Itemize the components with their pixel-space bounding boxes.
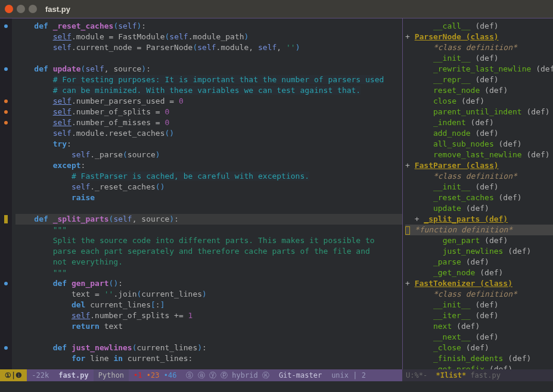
gutter-mark	[0, 85, 12, 96]
code-line[interactable]: def gen_part():	[15, 278, 402, 289]
outline-item[interactable]: remove_last_newline (def)	[405, 150, 553, 160]
code-line[interactable]: self.current_node = ParserNode(self.modu…	[15, 42, 402, 53]
outline-item[interactable]: __iter__ (def)	[405, 310, 553, 321]
outline-item[interactable]: *function definition*	[405, 225, 553, 235]
modeline-left: ①|❶ - 22k fast.py Python •1 •23 •46 ⓢ ⓐ …	[0, 369, 402, 381]
gutter-mark	[0, 289, 12, 300]
gutter-mark	[0, 139, 12, 150]
outline-item[interactable]: *class definition*	[405, 42, 553, 53]
gutter-mark	[0, 128, 12, 139]
buffer-state-right: U:%*-	[406, 371, 427, 379]
outline-item[interactable]: *class definition*	[405, 171, 553, 182]
outline-item[interactable]: *class definition*	[405, 289, 553, 300]
code-line[interactable]: """	[15, 267, 402, 278]
outline-item[interactable]: __next__ (def)	[405, 332, 553, 343]
outline-item[interactable]: __init__ (def)	[405, 182, 553, 192]
maximize-icon[interactable]	[29, 5, 37, 13]
gutter-mark	[0, 150, 12, 160]
code-line[interactable]: not everything.	[15, 257, 402, 267]
code-line[interactable]: # For testing purposes: It is important …	[15, 74, 402, 85]
code-line[interactable]: def just_newlines(current_lines):	[15, 343, 402, 353]
outline-item[interactable]: _get_node (def)	[405, 267, 553, 278]
outline-item[interactable]: __call__ (def)	[405, 21, 553, 32]
gutter-mark	[0, 203, 12, 214]
code-line[interactable]: # can be minimized. With these variables…	[15, 85, 402, 96]
gutter-mark	[0, 64, 12, 74]
gutter-mark	[0, 278, 12, 289]
window-controls	[5, 5, 37, 13]
code-line[interactable]: self._reset_caches()	[15, 182, 402, 192]
modeline: ①|❶ - 22k fast.py Python •1 •23 •46 ⓢ ⓐ …	[0, 369, 553, 381]
code-line[interactable]: def _reset_caches(self):	[15, 21, 402, 32]
outline-item[interactable]: gen_part (def)	[405, 235, 553, 246]
outline-item[interactable]: _finish_dedents (def)	[405, 353, 553, 364]
outline-item[interactable]: next (def)	[405, 321, 553, 332]
code-line[interactable]: parse each part seperately and therefore…	[15, 246, 402, 257]
major-mode: Python	[94, 369, 129, 381]
editor-pane[interactable]: def _reset_caches(self): self.module = F…	[0, 18, 402, 369]
outline-item[interactable]: add_node (def)	[405, 128, 553, 139]
code-line[interactable]: text = ''.join(current_lines)	[15, 289, 402, 300]
code-line[interactable]: self.module = FastModule(self.module_pat…	[15, 32, 402, 42]
outline-pane[interactable]: __call__ (def)+ ParserNode (class) *clas…	[402, 18, 553, 369]
outline-item[interactable]: _close (def)	[405, 343, 553, 353]
gutter-mark	[0, 32, 12, 42]
code-line[interactable]: raise	[15, 192, 402, 203]
gutter-mark	[0, 235, 12, 246]
code-area[interactable]: def _reset_caches(self): self.module = F…	[12, 18, 402, 369]
outline-item[interactable]: reset_node (def)	[405, 85, 553, 96]
gutter-mark	[0, 353, 12, 364]
code-line[interactable]: def update(self, source):	[15, 64, 402, 74]
code-line[interactable]: def _split_parts(self, source):	[15, 214, 402, 225]
outline-item[interactable]: __init__ (def)	[405, 53, 553, 64]
code-line[interactable]: del current_lines[:]	[15, 300, 402, 310]
outline-item[interactable]: _indent (def)	[405, 117, 553, 128]
code-line[interactable]: try:	[15, 139, 402, 150]
outline-item[interactable]: just_newlines (def)	[405, 246, 553, 257]
gutter-mark	[0, 214, 12, 225]
gutter-mark	[0, 53, 12, 64]
window-title: fast.py	[45, 5, 70, 14]
code-line[interactable]: self.number_of_splits = 0	[15, 107, 402, 117]
code-line[interactable]: self._parse(source)	[15, 150, 402, 160]
outline-item[interactable]: __init__ (def)	[405, 300, 553, 310]
outline-item[interactable]: update (def)	[405, 203, 553, 214]
code-line[interactable]: # FastParser is cached, be careful with …	[15, 171, 402, 182]
code-line[interactable]	[15, 53, 402, 64]
outline-item[interactable]: close (def)	[405, 96, 553, 107]
code-line[interactable]: self.number_parsers_used = 0	[15, 96, 402, 107]
outline-item[interactable]: _reset_caches (def)	[405, 192, 553, 203]
code-line[interactable]: self.number_of_misses = 0	[15, 117, 402, 128]
titlebar: fast.py	[0, 0, 553, 18]
gutter-mark	[0, 225, 12, 235]
outline-item[interactable]: + ParserNode (class)	[405, 32, 553, 42]
gutter-mark	[0, 96, 12, 107]
code-line[interactable]	[15, 332, 402, 343]
outline-item[interactable]: + FastParser (class)	[405, 160, 553, 171]
code-line[interactable]: self.module.reset_caches()	[15, 128, 402, 139]
code-line[interactable]: Split the source code into different par…	[15, 235, 402, 246]
outline-item[interactable]: all_sub_nodes (def)	[405, 139, 553, 150]
outline-item[interactable]: + _split_parts (def)	[405, 214, 553, 225]
outline-item[interactable]: _get_prefix (def)	[405, 364, 553, 369]
outline-item[interactable]: __repr__ (def)	[405, 74, 553, 85]
buffer-state: - 22k	[27, 369, 54, 381]
code-line[interactable]: except:	[15, 160, 402, 171]
minimize-icon[interactable]	[17, 5, 25, 13]
code-line[interactable]: for line in current_lines:	[15, 353, 402, 364]
code-line[interactable]: return text	[15, 321, 402, 332]
outline-item[interactable]: _parse (def)	[405, 257, 553, 267]
code-line[interactable]	[15, 203, 402, 214]
outline-item[interactable]: _rewrite_last_newline (def)	[405, 64, 553, 74]
close-icon[interactable]	[5, 5, 13, 13]
outline-item[interactable]: + FastTokenizer (class)	[405, 278, 553, 289]
gutter-mark	[0, 171, 12, 182]
gutter-mark	[0, 246, 12, 257]
ilist-file: fast.py	[470, 371, 501, 379]
code-line[interactable]: """	[15, 225, 402, 235]
outline-item[interactable]: parent_until_indent (def)	[405, 107, 553, 117]
code-line[interactable]: self.number_of_splits += 1	[15, 310, 402, 321]
gutter	[0, 18, 12, 369]
gutter-mark	[0, 310, 12, 321]
vc-branch: Git-master	[274, 369, 327, 381]
